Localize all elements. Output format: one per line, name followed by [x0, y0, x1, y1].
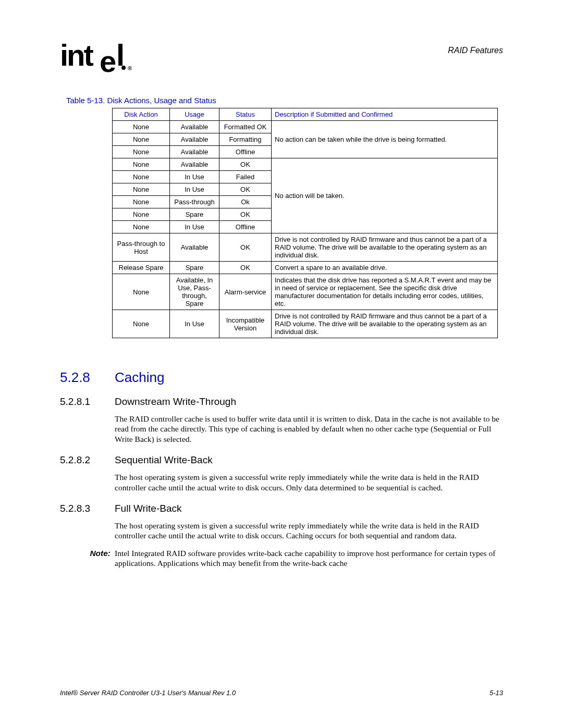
cell: None: [113, 121, 170, 133]
svg-text:®: ®: [128, 65, 132, 71]
cell: Ok: [219, 196, 272, 208]
subsection-heading: 5.2.8.2 Sequential Write-Back: [60, 454, 503, 466]
page: int e l ® RAID Features Table 5-13. Disk…: [0, 0, 563, 728]
page-footer: Intel® Server RAID Controller U3-1 User'…: [60, 689, 503, 697]
table-row: None Available OK No action will be take…: [113, 158, 498, 171]
cell: Spare: [170, 208, 219, 221]
cell: In Use: [170, 171, 219, 183]
cell: None: [113, 221, 170, 233]
cell: Offline: [219, 146, 272, 158]
cell: Drive is not controlled by RAID firmware…: [272, 310, 498, 338]
cell: Available: [170, 233, 219, 262]
svg-text:int: int: [60, 42, 94, 72]
cell: Convert a spare to an available drive.: [272, 262, 498, 274]
table-row: None In Use Incompatible Version Drive i…: [113, 310, 498, 338]
paragraph: The host operating system is given a suc…: [115, 521, 503, 541]
cell: Formatting: [219, 133, 272, 146]
cell: No action can be taken while the drive i…: [272, 121, 498, 158]
note: Note: Intel Integrated RAID software pro…: [60, 548, 503, 569]
cell: In Use: [170, 183, 219, 196]
intel-logo: int e l ®: [60, 42, 133, 74]
note-label: Note:: [60, 548, 115, 569]
section-title: Sequential Write-Back: [115, 454, 213, 466]
footer-left: Intel® Server RAID Controller U3-1 User'…: [60, 689, 236, 697]
cell: No action will be taken.: [272, 158, 498, 233]
cell: Drive is not controlled by RAID firmware…: [272, 233, 498, 262]
cell: Indicates that the disk drive has report…: [272, 274, 498, 310]
col-header: Disk Action: [113, 108, 170, 121]
cell: Formatted OK: [219, 121, 272, 133]
cell: In Use: [170, 310, 219, 338]
cell: None: [113, 146, 170, 158]
section-title: Full Write-Back: [115, 503, 181, 514]
cell: In Use: [170, 221, 219, 233]
table-caption: Table 5-13. Disk Actions, Usage and Stat…: [66, 96, 503, 105]
cell: Alarm-service: [219, 274, 272, 310]
cell: Incompatible Version: [219, 310, 272, 338]
col-header: Usage: [170, 108, 219, 121]
section-title: Downstream Write-Through: [115, 396, 236, 408]
section-number: 5.2.8.1: [60, 396, 115, 408]
section-number: 5.2.8: [60, 369, 115, 386]
table-row: Pass-through to Host Available OK Drive …: [113, 233, 498, 262]
cell: Offline: [219, 221, 272, 233]
cell: Available: [170, 146, 219, 158]
cell: None: [113, 208, 170, 221]
svg-point-3: [121, 66, 126, 70]
cell: OK: [219, 208, 272, 221]
subsection-heading: 5.2.8.3 Full Write-Back: [60, 503, 503, 514]
chapter-title: RAID Features: [448, 46, 503, 55]
table-header-row: Disk Action Usage Status Description if …: [113, 108, 498, 121]
col-header: Description if Submitted and Confirmed: [272, 108, 498, 121]
table-row: None Available Formatted OK No action ca…: [113, 121, 498, 133]
footer-right: 5-13: [489, 689, 503, 697]
cell: Available: [170, 121, 219, 133]
section-number: 5.2.8.3: [60, 503, 115, 514]
section-title: Caching: [115, 369, 164, 386]
table-row: None Available, In Use, Pass-through, Sp…: [113, 274, 498, 310]
cell: Spare: [170, 262, 219, 274]
cell: OK: [219, 183, 272, 196]
cell: None: [113, 171, 170, 183]
cell: None: [113, 133, 170, 146]
cell: Available, In Use, Pass-through, Spare: [170, 274, 219, 310]
paragraph: The RAID controller cache is used to buf…: [115, 414, 503, 444]
table-row: Release Spare Spare OK Convert a spare t…: [113, 262, 498, 274]
note-body: Intel Integrated RAID software provides …: [115, 548, 503, 569]
cell: OK: [219, 158, 272, 171]
cell: Pass-through: [170, 196, 219, 208]
paragraph: The host operating system is given a suc…: [115, 472, 503, 492]
cell: Failed: [219, 171, 272, 183]
cell: None: [113, 310, 170, 338]
cell: None: [113, 158, 170, 171]
section-heading: 5.2.8 Caching: [60, 369, 503, 386]
subsection-heading: 5.2.8.1 Downstream Write-Through: [60, 396, 503, 408]
cell: None: [113, 183, 170, 196]
cell: Release Spare: [113, 262, 170, 274]
section-number: 5.2.8.2: [60, 454, 115, 466]
cell: Available: [170, 133, 219, 146]
svg-text:e: e: [100, 44, 116, 74]
disk-actions-table: Disk Action Usage Status Description if …: [112, 108, 498, 338]
cell: None: [113, 274, 170, 310]
page-header: int e l ® RAID Features: [60, 42, 503, 74]
cell: OK: [219, 262, 272, 274]
cell: Available: [170, 158, 219, 171]
cell: Pass-through to Host: [113, 233, 170, 262]
col-header: Status: [219, 108, 272, 121]
cell: None: [113, 196, 170, 208]
cell: OK: [219, 233, 272, 262]
